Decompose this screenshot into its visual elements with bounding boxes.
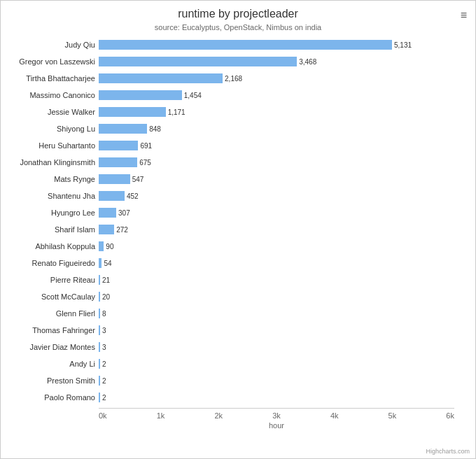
bar-fill: [99, 258, 102, 268]
bar-label: Jonathan Klinginsmith: [1, 158, 95, 167]
bar-track: 90: [99, 241, 454, 252]
bar-row: Preston Smith2: [99, 373, 454, 388]
bar-track: 20: [99, 291, 454, 302]
bar-row: Andy Li2: [99, 356, 454, 372]
bar-label: Jessie Walker: [1, 108, 95, 116]
bar-label: Preston Smith: [1, 376, 95, 385]
bar-fill: [99, 393, 100, 402]
menu-icon[interactable]: ≡: [461, 9, 467, 22]
bars-wrapper: Judy Qiu5,131Gregor von Laszewski3,468Ti…: [99, 37, 454, 405]
bar-fill: [99, 376, 100, 386]
bar-fill: [99, 157, 137, 167]
x-axis-label: 3k: [272, 411, 281, 420]
x-axis-label: 1k: [157, 411, 165, 420]
bar-track: 5,131: [99, 39, 454, 50]
bar-row: Paolo Romano2: [99, 390, 454, 405]
bar-label: Tirtha Bhattacharjee: [1, 74, 95, 83]
highcharts-credit: Highcharts.com: [426, 448, 470, 455]
bar-fill: [99, 325, 100, 335]
bar-value: 307: [118, 209, 130, 217]
bar-label: Scott McCaulay: [1, 292, 95, 301]
bar-value: 452: [127, 192, 139, 200]
bar-fill: [99, 90, 182, 100]
bar-value: 848: [149, 125, 161, 133]
bar-fill: [99, 174, 130, 184]
x-axis-label: 6k: [446, 411, 454, 420]
bar-row: Mats Rynge547: [99, 171, 454, 187]
x-axis-label: 4k: [330, 411, 339, 420]
chart-subtitle: source: Eucalyptus, OpenStack, Nimbus on…: [1, 23, 475, 31]
x-axis-title: hour: [99, 421, 454, 430]
bar-row: Hyungro Lee307: [99, 205, 454, 220]
bar-track: 1,171: [99, 106, 454, 118]
bar-label: Andy Li: [1, 360, 95, 368]
bar-fill: [99, 40, 392, 50]
bar-label: Shantenu Jha: [1, 192, 95, 200]
x-axis-label: 5k: [388, 411, 397, 420]
bar-value: 5,131: [394, 41, 412, 49]
x-axis-labels: 0k1k2k3k4k5k6k: [99, 411, 454, 420]
bar-fill: [99, 191, 125, 201]
bar-track: 452: [99, 190, 454, 202]
bar-label: Massimo Canonico: [1, 91, 95, 99]
bar-value: 2: [102, 377, 106, 385]
bar-row: Jessie Walker1,171: [99, 104, 454, 120]
bar-value: 691: [140, 142, 152, 150]
bar-label: Shiyong Lu: [1, 125, 95, 133]
bar-track: 2: [99, 375, 454, 386]
bar-label: Gregor von Laszewski: [1, 57, 95, 66]
bar-row: Shantenu Jha452: [99, 188, 454, 204]
bar-row: Glenn Flierl8: [99, 306, 454, 321]
bar-label: Thomas Fahringer: [1, 326, 95, 334]
bar-track: 21: [99, 274, 454, 285]
bar-value: 8: [102, 310, 106, 318]
chart-area: Judy Qiu5,131Gregor von Laszewski3,468Ti…: [1, 37, 475, 459]
bar-row: Pierre Riteau21: [99, 272, 454, 288]
bar-label: Pierre Riteau: [1, 276, 95, 284]
bar-row: Heru Suhartanto691: [99, 138, 454, 153]
bar-label: Judy Qiu: [1, 41, 95, 49]
bar-value: 1,454: [184, 92, 202, 99]
bar-fill: [99, 292, 100, 302]
bar-track: 691: [99, 140, 454, 151]
x-axis-label: 2k: [214, 411, 223, 420]
bar-value: 20: [102, 293, 110, 301]
bar-row: Renato Figueiredo54: [99, 255, 454, 271]
bar-value: 2: [102, 360, 106, 368]
bar-track: 675: [99, 157, 454, 168]
bar-track: 8: [99, 308, 454, 319]
chart-title: runtime by projectleader: [1, 8, 475, 20]
bar-label: Sharif Islam: [1, 225, 95, 234]
bar-row: Scott McCaulay20: [99, 289, 454, 304]
bar-label: Heru Suhartanto: [1, 141, 95, 150]
bar-label: Javier Diaz Montes: [1, 343, 95, 351]
bar-fill: [99, 208, 116, 218]
chart-container: runtime by projectleader source: Eucalyp…: [0, 0, 476, 459]
bar-fill: [99, 73, 223, 83]
bar-fill: [99, 225, 114, 234]
bar-row: Sharif Islam272: [99, 222, 454, 237]
bar-value: 675: [139, 159, 151, 167]
bar-value: 1,171: [168, 108, 186, 116]
bar-track: 2: [99, 392, 454, 403]
bar-track: 547: [99, 174, 454, 185]
bar-label: Abhilash Koppula: [1, 242, 95, 250]
bar-value: 547: [132, 176, 144, 183]
bar-value: 54: [104, 260, 111, 267]
bar-value: 3: [102, 327, 106, 334]
bar-row: Massimo Canonico1,454: [99, 87, 454, 103]
bar-track: 54: [99, 257, 454, 269]
bar-value: 272: [116, 226, 128, 234]
bar-row: Abhilash Koppula90: [99, 239, 454, 254]
bar-label: Glenn Flierl: [1, 309, 95, 318]
bar-track: 2,168: [99, 73, 454, 84]
bar-label: Mats Rynge: [1, 175, 95, 183]
bar-fill: [99, 275, 100, 285]
bar-track: 2: [99, 358, 454, 369]
bar-row: Javier Diaz Montes3: [99, 339, 454, 355]
bar-label: Hyungro Lee: [1, 209, 95, 217]
bar-value: 21: [102, 276, 110, 284]
bar-value: 3: [102, 344, 106, 351]
x-axis: 0k1k2k3k4k5k6k hour: [99, 408, 454, 429]
bar-fill: [99, 309, 100, 318]
